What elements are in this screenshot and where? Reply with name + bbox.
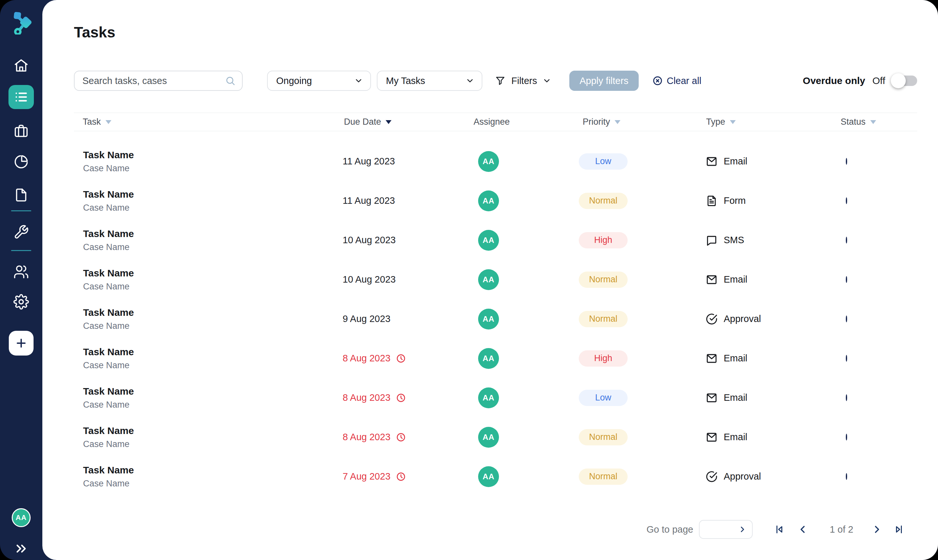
task-name: Task Name — [83, 425, 341, 436]
due-date-cell: 10 Aug 2023 — [341, 274, 471, 285]
case-name: Case Name — [83, 400, 341, 410]
type-cell: Email — [705, 431, 840, 443]
due-date: 11 Aug 2023 — [343, 195, 395, 206]
home-icon[interactable] — [13, 58, 29, 73]
table-row[interactable]: Task Name Case Name 11 Aug 2023 AA Low E… — [74, 142, 917, 181]
type-cell: Email — [705, 392, 840, 404]
status-progress-pie-icon — [846, 394, 847, 401]
column-header-type[interactable]: Type — [705, 117, 840, 127]
overdue-toggle-group: Overdue only Off — [803, 75, 917, 86]
email-icon — [705, 431, 718, 443]
column-header-assignee: Assignee — [471, 117, 579, 127]
due-date: 10 Aug 2023 — [343, 274, 396, 285]
chevron-left-icon — [797, 523, 809, 535]
assignee-avatar: AA — [478, 309, 499, 329]
assignee-cell: AA — [471, 269, 579, 290]
tasks-list-icon — [14, 89, 29, 105]
goto-page-input[interactable] — [699, 524, 738, 535]
table-row[interactable]: Task Name Case Name 10 Aug 2023 AA High … — [74, 220, 917, 260]
table-body: Task Name Case Name 11 Aug 2023 AA Low E… — [74, 131, 917, 496]
wrench-icon[interactable] — [13, 224, 29, 240]
assignee-avatar: AA — [478, 269, 499, 290]
status-progress-pie-icon — [846, 355, 847, 362]
status-dropdown[interactable]: Ongoing — [267, 71, 371, 91]
task-name: Task Name — [83, 268, 341, 279]
email-icon — [705, 352, 718, 365]
priority-badge: High — [579, 350, 628, 367]
case-name: Case Name — [83, 478, 341, 489]
chevron-down-icon — [354, 76, 363, 85]
column-header-due-date[interactable]: Due Date — [341, 117, 471, 127]
task-name: Task Name — [83, 307, 341, 318]
plus-icon — [15, 337, 28, 350]
collapse-chevrons-icon[interactable] — [13, 541, 29, 557]
document-icon[interactable] — [13, 187, 29, 203]
column-header-status[interactable]: Status — [840, 117, 917, 127]
assignee-cell: AA — [471, 151, 579, 172]
overdue-state-label: Off — [873, 75, 885, 86]
task-name: Task Name — [83, 149, 341, 160]
task-cell: Task Name Case Name — [74, 307, 341, 331]
user-avatar[interactable]: AA — [12, 508, 31, 527]
table-row[interactable]: Task Name Case Name 8 Aug 2023 AA Normal… — [74, 417, 917, 457]
goto-page-go-button[interactable] — [738, 525, 752, 534]
scope-dropdown[interactable]: My Tasks — [377, 71, 482, 91]
type-label: Email — [724, 392, 747, 403]
assignee-avatar: AA — [478, 191, 499, 211]
briefcase-icon[interactable] — [13, 123, 29, 139]
task-name: Task Name — [83, 346, 341, 357]
table-header-row: TaskDue DateAssigneePriorityTypeStatus — [74, 113, 917, 131]
status-cell — [840, 474, 917, 480]
sort-triangle-icon — [615, 120, 621, 124]
case-name: Case Name — [83, 360, 341, 371]
overdue-only-toggle[interactable] — [892, 75, 917, 86]
status-cell — [840, 277, 917, 283]
clear-all-button[interactable]: Clear all — [652, 75, 701, 86]
priority-badge: Normal — [579, 272, 628, 288]
priority-cell: Normal — [579, 469, 705, 485]
table-row[interactable]: Task Name Case Name 10 Aug 2023 AA Norma… — [74, 260, 917, 299]
table-row[interactable]: Task Name Case Name 8 Aug 2023 AA Low Em… — [74, 378, 917, 417]
priority-cell: Normal — [579, 311, 705, 327]
sidebar-divider — [11, 250, 31, 251]
status-progress-pie-icon — [846, 197, 847, 204]
case-name: Case Name — [83, 203, 341, 213]
create-new-button[interactable] — [9, 331, 34, 355]
assignee-cell: AA — [471, 230, 579, 251]
users-icon[interactable] — [13, 264, 29, 280]
sort-triangle-icon — [386, 120, 391, 124]
gear-icon[interactable] — [13, 294, 29, 310]
first-page-icon — [773, 523, 785, 535]
sidebar-item-tasks-active[interactable] — [8, 85, 34, 109]
table-row[interactable]: Task Name Case Name 9 Aug 2023 AA Normal… — [74, 299, 917, 338]
email-icon — [705, 392, 718, 404]
column-header-label: Task — [83, 117, 101, 127]
status-cell — [840, 434, 917, 440]
search-input[interactable] — [82, 75, 225, 87]
type-cell: Approval — [705, 313, 840, 325]
sort-triangle-icon — [730, 120, 736, 124]
column-header-task[interactable]: Task — [74, 117, 341, 127]
pie-chart-icon[interactable] — [13, 154, 29, 170]
assignee-cell: AA — [471, 427, 579, 448]
table-row[interactable]: Task Name Case Name 11 Aug 2023 AA Norma… — [74, 181, 917, 220]
first-page-button[interactable] — [773, 523, 785, 535]
column-header-priority[interactable]: Priority — [579, 117, 705, 127]
assignee-cell: AA — [471, 348, 579, 369]
table-row[interactable]: Task Name Case Name 7 Aug 2023 AA Normal… — [74, 457, 917, 496]
assignee-avatar: AA — [478, 230, 499, 251]
type-label: Approval — [724, 314, 761, 324]
status-dropdown-value: Ongoing — [276, 75, 312, 86]
case-name: Case Name — [83, 242, 341, 252]
apply-filters-button[interactable]: Apply filters — [569, 71, 639, 91]
type-cell: Form — [705, 195, 840, 207]
previous-page-button[interactable] — [797, 523, 809, 535]
assignee-avatar: AA — [478, 388, 499, 408]
type-label: Email — [724, 353, 747, 364]
last-page-button[interactable] — [893, 523, 905, 535]
type-cell: Approval — [705, 471, 840, 483]
next-page-button[interactable] — [871, 523, 883, 535]
table-row[interactable]: Task Name Case Name 8 Aug 2023 AA High E… — [74, 338, 917, 378]
filters-menu-button[interactable]: Filters — [495, 75, 551, 86]
status-progress-pie-icon — [846, 158, 847, 165]
